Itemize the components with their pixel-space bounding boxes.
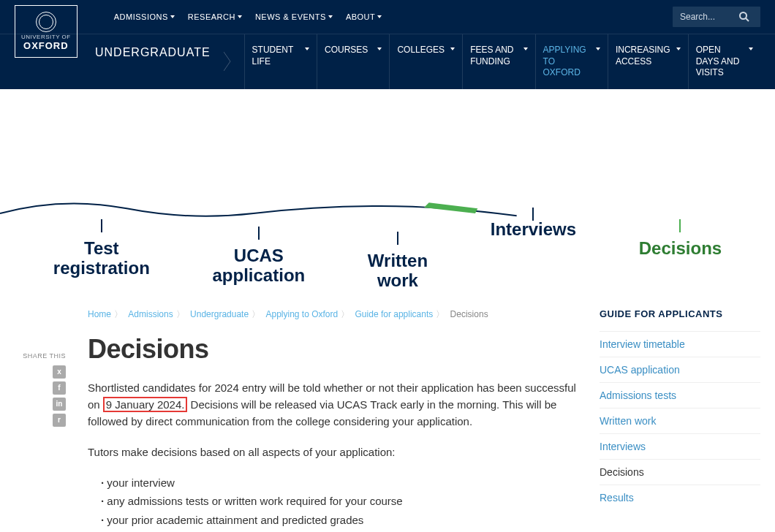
list-item: your prior academic attainment and predi… <box>101 511 578 530</box>
search-box[interactable] <box>673 7 760 27</box>
top-nav: ADMISSIONS RESEARCH NEWS & EVENTS ABOUT <box>114 12 673 21</box>
criteria-list: your interview any admissions tests or w… <box>101 474 578 532</box>
caret-icon <box>676 48 681 50</box>
sidebar-interviews[interactable]: Interviews <box>600 433 760 459</box>
nav-opendays[interactable]: OPEN DAYS AND VISITS <box>688 34 760 89</box>
timeline-ucas[interactable]: UCASapplication <box>213 227 306 286</box>
crest-icon <box>36 12 56 32</box>
crumb-guide[interactable]: Guide for applicants <box>355 309 434 319</box>
caret-icon <box>596 48 600 50</box>
crumb-applying[interactable]: Applying to Oxford <box>265 309 338 319</box>
sidebar-admissions-tests[interactable]: Admissions tests <box>600 382 760 408</box>
svg-point-0 <box>740 12 746 19</box>
share-reddit-icon[interactable]: r <box>53 414 66 427</box>
hero-timeline: Testregistration UCASapplication Written… <box>0 89 775 286</box>
caret-icon <box>377 48 382 50</box>
search-icon[interactable] <box>738 11 750 23</box>
nav-courses[interactable]: COURSES <box>317 34 389 89</box>
list-item: your interview <box>101 474 578 493</box>
topnav-news[interactable]: NEWS & EVENTS <box>255 12 333 21</box>
site-header: UNIVERSITY OF OXFORD ADMISSIONS RESEARCH… <box>0 0 775 89</box>
page-title: Decisions <box>88 334 578 365</box>
intro-paragraph: Shortlisted candidates for 2024 entry wi… <box>88 379 578 430</box>
crumb-undergraduate[interactable]: Undergraduate <box>190 309 249 319</box>
oxford-logo[interactable]: UNIVERSITY OF OXFORD <box>15 5 78 58</box>
share-title: SHARE THIS <box>15 352 66 360</box>
timeline-written-work[interactable]: Writtenwork <box>368 232 428 286</box>
caret-icon <box>377 15 382 18</box>
sidebar-title: GUIDE FOR APPLICANTS <box>600 308 760 319</box>
main-content: Home〉 Admissions〉 Undergraduate〉 Applyin… <box>88 308 578 532</box>
caret-icon <box>523 48 528 50</box>
topnav-about[interactable]: ABOUT <box>346 12 382 21</box>
crumb-current: Decisions <box>450 309 488 319</box>
timeline-test-registration[interactable]: Testregistration <box>53 219 150 286</box>
nav-colleges[interactable]: COLLEGES <box>389 34 462 89</box>
crumb-admissions[interactable]: Admissions <box>128 309 173 319</box>
section-title[interactable]: UNDERGRADUATE <box>95 34 211 89</box>
timeline-interviews[interactable]: Interviews <box>491 208 576 286</box>
caret-icon <box>749 48 753 50</box>
sidebar-ucas[interactable]: UCAS application <box>600 357 760 382</box>
caret-icon <box>305 48 309 50</box>
sidebar-decisions: Decisions <box>600 459 760 484</box>
sidebar: GUIDE FOR APPLICANTS Interview timetable… <box>600 308 760 532</box>
list-item: your personal statement <box>101 529 578 532</box>
nav-student-life[interactable]: STUDENT LIFE <box>244 34 317 89</box>
share-facebook-icon[interactable]: f <box>53 381 66 395</box>
sidebar-written-work[interactable]: Written work <box>600 408 760 433</box>
nav-access[interactable]: INCREASING ACCESS <box>608 34 688 89</box>
search-input[interactable] <box>680 12 738 22</box>
caret-icon <box>238 15 242 18</box>
criteria-intro: Tutors make decisions based on all aspec… <box>88 444 578 460</box>
topnav-admissions[interactable]: ADMISSIONS <box>114 12 175 21</box>
nav-fees[interactable]: FEES AND FUNDING <box>462 34 534 89</box>
crumb-home[interactable]: Home <box>88 309 111 319</box>
share-column: SHARE THIS x f in r <box>15 308 66 532</box>
share-x-icon[interactable]: x <box>53 365 66 379</box>
list-item: any admissions tests or written work req… <box>101 492 578 511</box>
svg-line-1 <box>746 18 749 21</box>
topnav-research[interactable]: RESEARCH <box>188 12 242 21</box>
main-nav: STUDENT LIFE COURSES COLLEGES FEES AND F… <box>244 34 760 89</box>
caret-icon <box>170 15 175 18</box>
timeline-decisions[interactable]: Decisions <box>639 219 722 286</box>
breadcrumb: Home〉 Admissions〉 Undergraduate〉 Applyin… <box>88 308 578 321</box>
logo-line2: OXFORD <box>23 40 69 51</box>
sidebar-interview-timetable[interactable]: Interview timetable <box>600 331 760 357</box>
share-linkedin-icon[interactable]: in <box>53 398 66 411</box>
caret-icon <box>450 48 455 50</box>
nav-applying[interactable]: APPLYING TO OXFORD <box>535 34 608 89</box>
caret-icon <box>328 15 333 18</box>
sidebar-results[interactable]: Results <box>600 484 760 510</box>
logo-line1: UNIVERSITY OF <box>21 34 71 40</box>
decision-date-highlight: 9 January 2024. <box>103 397 188 412</box>
nav-separator <box>224 34 231 89</box>
